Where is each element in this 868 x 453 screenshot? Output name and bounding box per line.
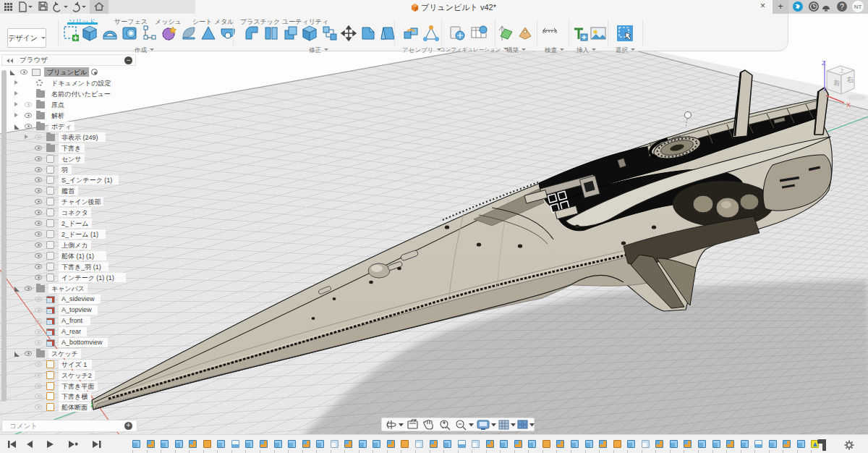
svg-text:Z: Z [822,59,826,67]
svg-text:X: X [846,101,851,109]
svg-text:右: 右 [846,75,854,84]
svg-text:前: 前 [833,79,841,87]
svg-text:?: ? [840,3,844,11]
svg-text:NT: NT [854,4,862,10]
svg-text:上: 上 [838,67,845,74]
